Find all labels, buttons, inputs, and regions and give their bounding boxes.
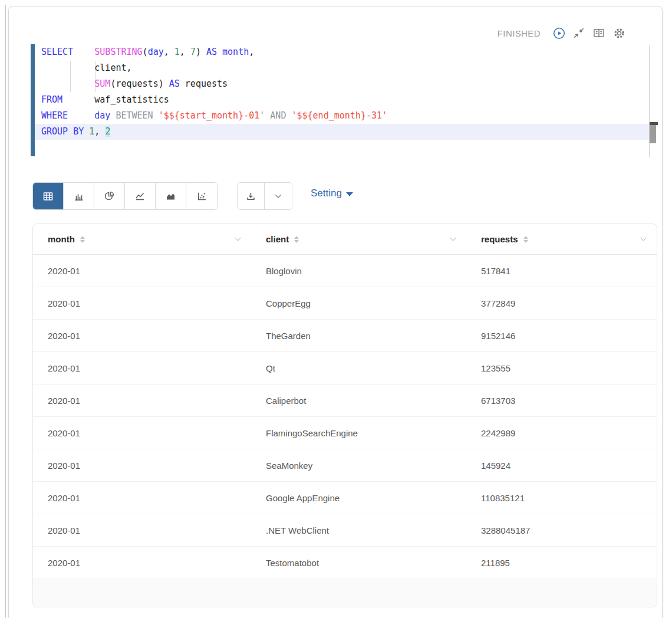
caret-down-icon [346,192,353,196]
setting-label: Setting [311,188,342,199]
table-cell: 2020-01 [33,482,251,514]
table-body: 2020-01Bloglovin5178412020-01CopperEgg37… [33,255,657,579]
table-header-row: month client requests [33,224,657,255]
table-cell: 145924 [466,449,657,481]
page: FINISHED [0,0,672,618]
column-filter-icon[interactable] [449,236,457,242]
pie-chart-icon [104,190,115,202]
table-cell: Caliperbot [251,384,466,416]
bar-chart-icon [73,191,84,202]
table-cell: 2020-01 [33,384,251,416]
table-cell: Google AppEngine [251,482,466,514]
table-row[interactable]: 2020-01Caliperbot6713703 [33,384,657,417]
table-cell: 3288045187 [466,514,657,546]
table-cell: 110835121 [466,482,657,514]
table-row[interactable]: 2020-01Bloglovin517841 [33,255,657,287]
table-cell: 2020-01 [33,547,251,578]
code-line[interactable]: client, [41,60,387,76]
column-filter-icon[interactable] [234,236,242,242]
table-cell: 2020-01 [33,449,251,481]
table-cell: Qt [251,352,466,384]
view-button-area-chart[interactable] [156,183,186,209]
column-header-client[interactable]: client [251,224,466,254]
query-cell-card: FINISHED [8,6,663,618]
table-row[interactable]: 2020-01Google AppEngine110835121 [33,482,657,514]
editor-gutter-bar [31,44,35,156]
table-footer [33,579,657,607]
line-chart-icon [134,191,146,202]
view-button-pie-chart[interactable] [94,183,125,209]
code-line[interactable]: GROUP BY 1, 2 [41,124,387,140]
result-view-switcher [32,182,218,210]
table-row[interactable]: 2020-01SeaMonkey145924 [33,449,657,482]
table-cell: 9152146 [466,320,657,351]
sql-code[interactable]: SELECT SUBSTRING(day, 1, 7) AS month, cl… [41,44,387,140]
table-cell: 517841 [466,255,657,287]
scatter-chart-icon [196,191,207,202]
table-cell: 6713703 [466,384,657,416]
table-cell: 2020-01 [33,320,251,351]
results-table: month client requests 2020- [32,223,657,607]
table-cell: Testomatobot [251,547,466,578]
table-cell: 2020-01 [33,255,251,287]
chevron-down-icon [273,191,284,202]
column-header-month[interactable]: month [33,224,251,254]
table-cell: TheGarden [251,320,466,351]
table-row[interactable]: 2020-01FlamingoSearchEngine2242989 [33,417,657,449]
sql-editor[interactable]: SELECT SUBSTRING(day, 1, 7) AS month, cl… [9,6,672,160]
window-edge-divider [5,5,6,618]
table-cell: 2020-01 [33,514,251,546]
table-cell: 123555 [466,352,657,384]
view-button-bar-chart[interactable] [64,183,94,209]
export-group [237,182,292,210]
table-row[interactable]: 2020-01.NET WebClient3288045187 [33,514,657,547]
area-chart-icon [165,191,176,202]
table-cell: 211895 [466,547,657,578]
table-cell: 2020-01 [33,287,251,319]
column-header-requests[interactable]: requests [466,224,657,254]
table-row[interactable]: 2020-01Qt123555 [33,352,657,384]
table-row[interactable]: 2020-01TheGarden9152146 [33,320,657,352]
view-button-scatter-chart[interactable] [186,183,217,209]
sort-icon[interactable] [80,236,85,243]
table-view-icon [42,191,54,202]
column-label: client [266,234,289,244]
download-icon [245,191,256,202]
editor-scrollbar-thumb[interactable] [650,125,656,143]
table-cell: 2020-01 [33,352,251,384]
sort-icon[interactable] [523,236,528,243]
table-cell: Bloglovin [251,255,466,287]
view-button-table[interactable] [33,183,64,209]
table-cell: SeaMonkey [251,449,466,481]
sort-icon[interactable] [294,236,299,243]
table-cell: FlamingoSearchEngine [251,417,466,449]
column-filter-icon[interactable] [640,236,647,242]
table-cell: 2242989 [466,417,657,449]
table-cell: .NET WebClient [251,514,466,546]
download-options-button[interactable] [265,183,292,209]
code-line[interactable]: WHERE day BETWEEN '$${start_month}-01' A… [41,108,387,124]
view-button-line-chart[interactable] [125,183,156,209]
column-label: month [48,234,75,244]
table-cell: 3772849 [466,287,657,319]
code-line[interactable]: SELECT SUBSTRING(day, 1, 7) AS month, [41,44,387,60]
table-row[interactable]: 2020-01Testomatobot211895 [33,547,657,579]
column-label: requests [481,234,518,244]
table-row[interactable]: 2020-01CopperEgg3772849 [33,287,657,320]
table-cell: 2020-01 [33,417,251,449]
setting-dropdown[interactable]: Setting [311,188,353,199]
code-line[interactable]: FROM waf_statistics [41,92,387,108]
table-cell: CopperEgg [251,287,466,319]
download-button[interactable] [238,183,265,209]
code-line[interactable]: SUM(requests) AS requests [41,76,387,92]
